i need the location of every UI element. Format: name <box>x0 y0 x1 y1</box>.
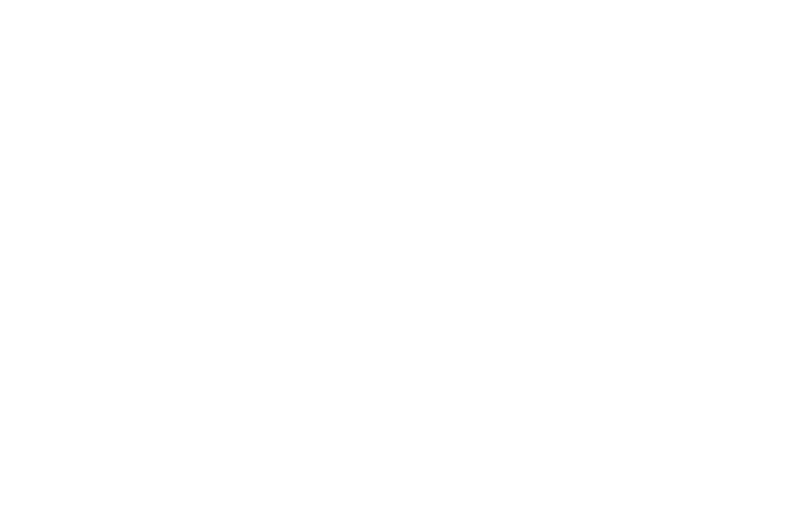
line-number-gutter <box>0 0 38 532</box>
code-viewer <box>0 0 806 532</box>
code-content <box>38 0 806 532</box>
